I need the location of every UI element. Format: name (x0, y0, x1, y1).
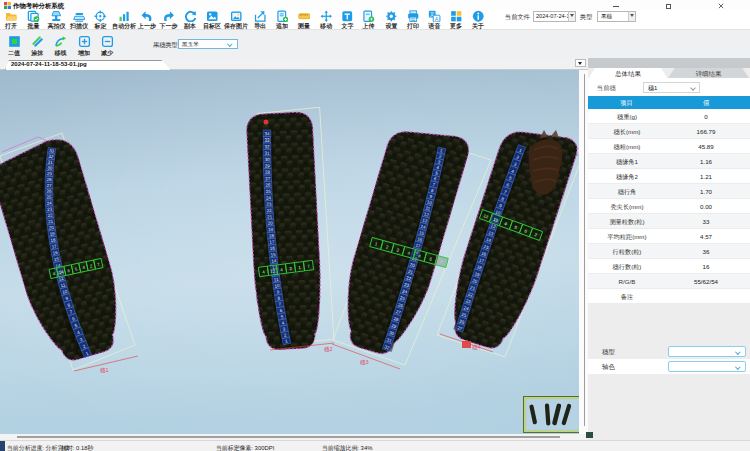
svg-text:28: 28 (265, 170, 271, 175)
svg-text:34: 34 (264, 131, 270, 136)
svg-text:30: 30 (265, 157, 271, 162)
svg-text:穗4: 穗4 (472, 344, 481, 351)
svg-text:26: 26 (46, 189, 52, 194)
svg-text:32: 32 (264, 144, 270, 149)
svg-text:穗2: 穗2 (324, 346, 333, 353)
svg-text:31: 31 (47, 160, 53, 166)
svg-text:19: 19 (268, 227, 274, 232)
svg-text:28: 28 (46, 177, 52, 182)
svg-text:20: 20 (267, 220, 273, 225)
svg-text:18: 18 (269, 233, 275, 238)
svg-text:25: 25 (266, 189, 272, 194)
svg-text:23: 23 (47, 207, 53, 212)
svg-text:27: 27 (265, 176, 271, 181)
svg-text:27: 27 (46, 183, 52, 188)
svg-text:31: 31 (264, 151, 270, 156)
svg-text:穗3: 穗3 (360, 359, 369, 366)
svg-text:25: 25 (46, 195, 52, 200)
svg-text:30: 30 (47, 165, 53, 170)
svg-text:22: 22 (267, 208, 273, 213)
svg-text:22: 22 (47, 213, 53, 218)
svg-text:33: 33 (264, 138, 270, 143)
svg-text:29: 29 (47, 171, 53, 176)
svg-text:26: 26 (265, 182, 271, 187)
svg-text:A: A (435, 15, 439, 21)
svg-text:23: 23 (266, 202, 272, 207)
svg-text:21: 21 (267, 214, 273, 219)
svg-text:穗1: 穗1 (100, 367, 109, 374)
svg-text:17: 17 (269, 239, 275, 245)
svg-text:24: 24 (266, 195, 272, 200)
svg-text:24: 24 (47, 201, 53, 206)
svg-text:29: 29 (265, 163, 271, 168)
